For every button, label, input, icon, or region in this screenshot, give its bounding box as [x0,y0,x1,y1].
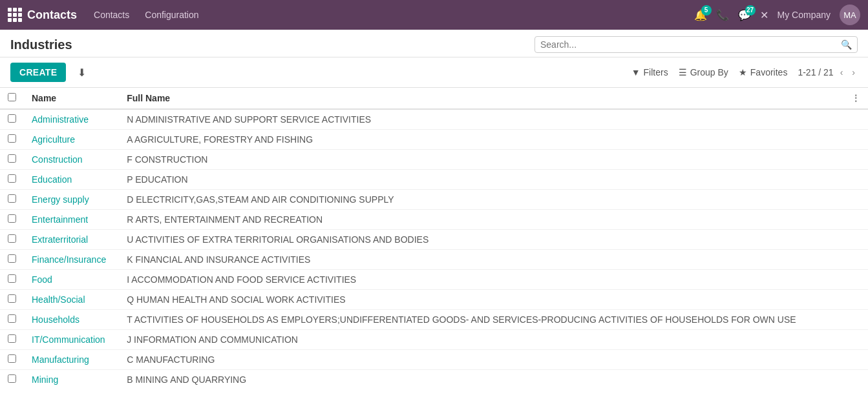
row-name-link[interactable]: Energy supply [32,194,89,205]
row-checkbox[interactable] [8,374,16,383]
phone-btn[interactable]: 📞 [716,9,729,21]
row-checkbox[interactable] [8,194,16,203]
filter-icon: ▼ [631,67,640,77]
favorites-btn[interactable]: ★ Favorites [739,67,788,77]
table-row: Education P EDUCATION [0,170,868,190]
close-btn[interactable]: ✕ [760,9,768,21]
row-fullname: U ACTIVITIES OF EXTRA TERRITORIAL ORGANI… [119,230,843,250]
row-name: Entertainment [24,210,119,230]
row-checkbox-cell [0,310,24,330]
messages-btn[interactable]: 💬 27 [738,9,751,21]
search-icon[interactable]: 🔍 [841,39,852,50]
row-checkbox[interactable] [8,354,16,363]
row-name: Manufacturing [24,350,119,370]
row-fullname: N ADMINISTRATIVE AND SUPPORT SERVICE ACT… [119,109,843,130]
row-name-link[interactable]: Agriculture [32,134,75,145]
row-checkbox[interactable] [8,214,16,223]
download-button[interactable]: ⬇ [74,64,90,81]
table-row: Mining B MINING AND QUARRYING [0,370,868,390]
row-name-link[interactable]: Food [32,274,52,285]
table-body: Administrative N ADMINISTRATIVE AND SUPP… [0,109,868,389]
row-checkbox[interactable] [8,314,16,323]
row-name-link[interactable]: Manufacturing [32,354,89,365]
row-fullname: K FINANCIAL AND INSURANCE ACTIVITIES [119,250,843,270]
row-checkbox[interactable] [8,114,16,123]
toolbar-right: ▼ Filters ☰ Group By ★ Favorites 1-21 / … [631,66,858,79]
row-checkbox-cell [0,109,24,130]
table-row: Energy supply D ELECTRICITY,GAS,STEAM AN… [0,190,868,210]
prev-page-button[interactable]: ‹ [838,66,846,79]
row-name-link[interactable]: Administrative [32,114,89,125]
row-checkbox-cell [0,270,24,290]
row-name-link[interactable]: Education [32,174,72,185]
row-name: Households [24,310,119,330]
row-name-link[interactable]: Entertainment [32,214,88,225]
table-row: Entertainment R ARTS, ENTERTAINMENT AND … [0,210,868,230]
table-row: Households T ACTIVITIES OF HOUSEHOLDS AS… [0,310,868,330]
row-checkbox[interactable] [8,294,16,303]
favorites-label: Favorites [750,67,788,77]
row-name: Food [24,270,119,290]
row-options [843,130,868,150]
row-options [843,350,868,370]
groupby-btn[interactable]: ☰ Group By [679,67,728,77]
nav-configuration[interactable]: Configuration [138,6,205,24]
search-input[interactable] [540,39,841,50]
row-checkbox[interactable] [8,334,16,343]
row-options [843,230,868,250]
row-checkbox[interactable] [8,134,16,143]
avatar-initials: MA [843,10,856,20]
table-row: Health/Social Q HUMAN HEALTH AND SOCIAL … [0,290,868,310]
download-icon: ⬇ [78,67,86,78]
row-options [843,190,868,210]
table-row: Finance/Insurance K FINANCIAL AND INSURA… [0,250,868,270]
select-all-checkbox-cell [0,88,24,109]
select-all-checkbox[interactable] [8,93,16,101]
top-navigation: Contacts Contacts Configuration 🔔 5 📞 💬 … [0,0,868,30]
row-fullname: T ACTIVITIES OF HOUSEHOLDS AS EMPLOYERS;… [119,310,843,330]
brand-name: Contacts [27,8,77,22]
row-checkbox[interactable] [8,174,16,183]
table-row: Extraterritorial U ACTIVITIES OF EXTRA T… [0,230,868,250]
row-checkbox[interactable] [8,274,16,283]
table-row: Administrative N ADMINISTRATIVE AND SUPP… [0,109,868,130]
row-name-link[interactable]: Construction [32,154,83,165]
row-name-link[interactable]: Health/Social [32,294,85,305]
col-header-fullname[interactable]: Full Name [119,88,843,109]
col-header-name[interactable]: Name [24,88,119,109]
row-name: IT/Communication [24,330,119,350]
row-name: Finance/Insurance [24,250,119,270]
app-brand[interactable]: Contacts [8,8,77,22]
nav-links: Contacts Configuration [87,6,684,24]
row-options [843,310,868,330]
row-checkbox-cell [0,350,24,370]
row-name-link[interactable]: Extraterritorial [32,234,88,245]
grid-icon [8,8,22,22]
row-checkbox[interactable] [8,254,16,263]
groupby-label: Group By [690,67,728,77]
row-name-link[interactable]: Finance/Insurance [32,254,106,265]
row-checkbox[interactable] [8,234,16,243]
row-checkbox-cell [0,150,24,170]
row-checkbox-cell [0,370,24,390]
table-row: Food I ACCOMMODATION AND FOOD SERVICE AC… [0,270,868,290]
nav-contacts[interactable]: Contacts [87,6,136,24]
row-name-link[interactable]: Mining [32,374,58,385]
row-name-link[interactable]: Households [32,314,79,325]
row-checkbox[interactable] [8,154,16,163]
row-options [843,270,868,290]
table-row: Manufacturing C MANUFACTURING [0,350,868,370]
col-header-options[interactable]: ⋮ [843,88,868,109]
groupby-icon: ☰ [679,67,687,77]
row-name: Administrative [24,109,119,130]
filters-btn[interactable]: ▼ Filters [631,67,668,77]
row-name: Mining [24,370,119,390]
user-avatar[interactable]: MA [840,5,860,25]
create-button[interactable]: CREATE [10,63,66,82]
notifications-btn[interactable]: 🔔 5 [694,9,707,21]
row-checkbox-cell [0,230,24,250]
table-header-row: Name Full Name ⋮ [0,88,868,109]
row-name: Extraterritorial [24,230,119,250]
row-name-link[interactable]: IT/Communication [32,334,105,345]
next-page-button[interactable]: › [849,66,858,79]
